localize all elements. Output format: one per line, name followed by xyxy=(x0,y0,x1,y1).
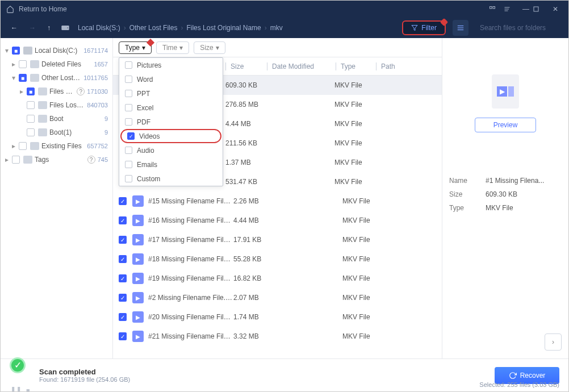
file-details: Name#1 Missing Filena... Size609.30 KB T… xyxy=(449,177,562,218)
filter-time-pill[interactable]: Time ▾ xyxy=(156,41,189,54)
checkbox[interactable] xyxy=(19,142,27,150)
checkbox[interactable]: ✓ xyxy=(119,197,127,205)
checkbox[interactable] xyxy=(27,115,35,123)
checkbox[interactable] xyxy=(125,147,132,154)
checkbox[interactable]: ✓ xyxy=(119,216,127,224)
col-path[interactable]: Path xyxy=(376,62,442,70)
checkbox[interactable] xyxy=(19,60,27,68)
view-mode-button[interactable] xyxy=(453,20,468,36)
search-box[interactable] xyxy=(475,20,560,36)
checkbox[interactable] xyxy=(125,90,132,97)
dropdown-item[interactable]: Custom xyxy=(119,172,223,186)
dropdown-item[interactable]: Excel xyxy=(119,101,223,115)
file-name: #17 Missing Filename File.mkv xyxy=(148,236,233,244)
maximize-button[interactable] xyxy=(533,6,548,12)
tree-toggle-icon[interactable]: ▸ xyxy=(20,87,27,95)
grid-icon[interactable] xyxy=(489,6,504,12)
tree-item[interactable]: ▸ ■ Files Lost Origi... ? 171030 xyxy=(3,85,110,98)
tree-item[interactable]: ▾ ■ Other Lost Files 1011765 xyxy=(3,71,110,85)
checkbox[interactable]: ✓ xyxy=(119,274,127,282)
filter-size-pill[interactable]: Size ▾ xyxy=(194,41,225,54)
checkbox[interactable]: ✓ xyxy=(119,294,127,302)
next-button[interactable]: › xyxy=(545,333,562,351)
minimize-button[interactable]: — xyxy=(518,5,533,13)
checkbox[interactable]: ■ xyxy=(19,74,27,82)
tree-item[interactable]: Files Lost Original ... 840703 xyxy=(3,98,110,112)
tree-item[interactable]: ▸ Tags ? 745 xyxy=(3,153,110,166)
checkbox[interactable] xyxy=(125,76,132,83)
file-row[interactable]: ✓ ▶ #19 Missing Filename File.mkv 16.82 … xyxy=(113,269,442,288)
checkbox[interactable] xyxy=(125,161,132,168)
tree-item[interactable]: ▸ Deleted Files 1657 xyxy=(3,57,110,71)
file-row[interactable]: ✓ ▶ #18 Missing Filename File.mkv 55.28 … xyxy=(113,249,442,269)
col-size[interactable]: Size xyxy=(226,62,267,70)
dropdown-item[interactable]: Pictures xyxy=(119,58,223,72)
checkbox[interactable] xyxy=(12,156,20,164)
tree-toggle-icon[interactable]: ▸ xyxy=(12,60,19,68)
nav-up-icon[interactable]: ↑ xyxy=(45,24,53,32)
checkbox[interactable] xyxy=(125,61,132,69)
file-row[interactable]: ✓ ▶ #15 Missing Filename File.mkv 2.26 M… xyxy=(113,191,442,211)
help-icon[interactable]: ? xyxy=(87,156,95,164)
home-icon[interactable] xyxy=(6,5,14,13)
folder-icon xyxy=(38,128,47,136)
file-row[interactable]: ✓ ▶ #16 Missing Filename File.mkv 4.44 M… xyxy=(113,211,442,230)
tree-item[interactable]: Boot(1) 9 xyxy=(3,126,110,139)
checkbox[interactable] xyxy=(125,118,132,126)
file-row[interactable]: ✓ ▶ #20 Missing Filename File.mkv 1.74 M… xyxy=(113,307,442,327)
dropdown-item[interactable]: PDF xyxy=(119,115,223,129)
return-home-link[interactable]: Return to Home xyxy=(19,5,489,13)
checkbox[interactable]: ✓ xyxy=(119,313,127,321)
file-row[interactable]: ✓ ▶ #17 Missing Filename File.mkv 17.91 … xyxy=(113,230,442,249)
breadcrumb-item[interactable]: mkv xyxy=(270,24,283,32)
tree-item[interactable]: ▾ ■ Local Disk(C:) 1671174 xyxy=(3,44,110,57)
dropdown-item[interactable]: Emails xyxy=(119,157,223,172)
breadcrumb-item[interactable]: Other Lost Files xyxy=(129,24,178,32)
file-row[interactable]: ✓ ▶ #21 Missing Filename File.mkv 3.32 M… xyxy=(113,327,442,346)
nav-back-icon[interactable]: ← xyxy=(9,24,20,32)
tree-toggle-icon[interactable]: ▸ xyxy=(5,156,12,164)
preview-button[interactable]: Preview xyxy=(475,118,536,132)
pause-icon[interactable]: ▌▌ ■ xyxy=(12,387,31,393)
breadcrumb-item[interactable]: Local Disk(S:) xyxy=(78,24,120,32)
tree-toggle-icon[interactable]: ▾ xyxy=(12,74,19,82)
dropdown-item[interactable]: Audio xyxy=(119,143,223,157)
dropdown-item[interactable]: PPT xyxy=(119,86,223,101)
file-size: 16.82 KB xyxy=(233,274,274,282)
checkbox[interactable]: ✓ xyxy=(119,332,127,340)
checkbox[interactable] xyxy=(125,175,132,182)
search-input[interactable] xyxy=(480,24,565,32)
tree-toggle-icon[interactable]: ▾ xyxy=(5,47,12,55)
col-date[interactable]: Date Modified xyxy=(267,62,336,70)
filter-button[interactable]: Filter xyxy=(402,20,446,35)
checkbox[interactable] xyxy=(27,101,35,109)
file-row[interactable]: ✓ ▶ #2 Missing Filename File.mkv 2.07 MB… xyxy=(113,288,442,307)
file-name: #16 Missing Filename File.mkv xyxy=(148,216,233,224)
video-file-icon: ▶ xyxy=(132,311,144,323)
menu-icon[interactable] xyxy=(504,6,518,12)
close-button[interactable]: ✕ xyxy=(548,5,563,13)
tree-item[interactable]: Boot 9 xyxy=(3,112,110,126)
dropdown-item[interactable]: ✓Videos xyxy=(120,129,221,143)
filter-type-pill[interactable]: Type ▾ xyxy=(119,41,152,54)
checkbox[interactable]: ■ xyxy=(27,87,35,95)
breadcrumb-item[interactable]: Files Lost Original Name xyxy=(186,24,261,32)
tree-toggle-icon[interactable]: ▸ xyxy=(12,142,19,150)
checkbox[interactable]: ✓ xyxy=(119,255,127,263)
checkbox[interactable]: ■ xyxy=(12,47,20,55)
checkbox[interactable]: ✓ xyxy=(119,236,127,244)
checkbox[interactable] xyxy=(125,104,132,111)
tree-count: 1671174 xyxy=(83,47,108,54)
checkbox[interactable] xyxy=(27,128,35,136)
dropdown-item[interactable]: Word xyxy=(119,72,223,86)
tree-item[interactable]: ▸ Existing Files 657752 xyxy=(3,139,110,153)
folder-icon xyxy=(30,60,39,68)
scan-complete-icon: ✓ xyxy=(10,357,26,373)
col-type[interactable]: Type xyxy=(336,62,376,70)
filter-badge-icon xyxy=(440,18,448,26)
checkbox[interactable]: ✓ xyxy=(127,132,135,140)
nav-forward-icon: → xyxy=(27,24,38,32)
help-icon[interactable]: ? xyxy=(77,87,85,95)
video-file-icon: ▶ xyxy=(132,195,144,207)
folder-icon xyxy=(30,142,39,150)
